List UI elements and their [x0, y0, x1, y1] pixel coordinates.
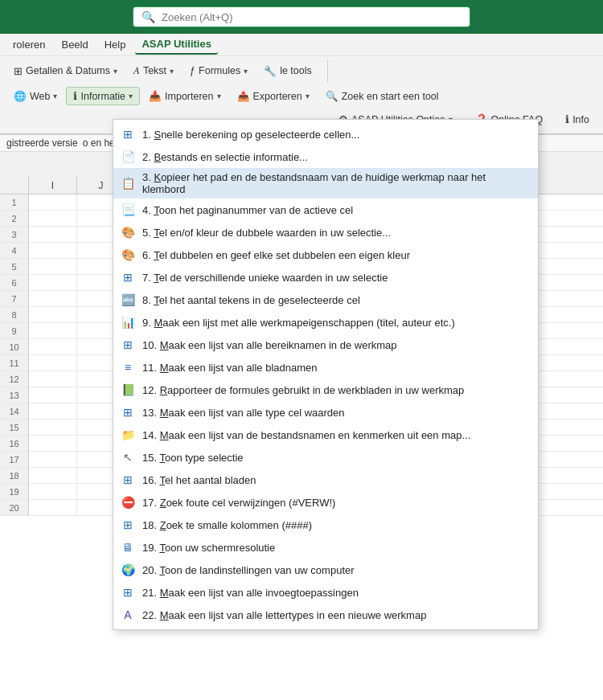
chevron-export-icon: ▾	[306, 92, 310, 100]
grid-cell[interactable]	[29, 403, 77, 420]
chevron-down-icon2: ▾	[170, 67, 174, 76]
grid-cell[interactable]	[29, 387, 77, 403]
row-number: 7	[0, 291, 29, 306]
sub-toolbar-text1: gistreerde versie	[6, 137, 78, 149]
dropdown-item[interactable]: 🌍20. Toon de landinstellingen van uw com…	[113, 559, 538, 581]
earth-icon: 🌍	[120, 562, 136, 578]
dropdown-item[interactable]: 📁14. Maak een lijst van de bestandsnamen…	[113, 424, 538, 446]
dropdown-item-text: 1. Snelle berekening op geselecteerde ce…	[142, 129, 528, 141]
dropdown-item[interactable]: 📃4. Toon het paginanummer van de actieve…	[113, 199, 538, 221]
ribbon-getallen[interactable]: ⊞ Getallen & Datums ▾	[6, 62, 125, 80]
dropdown-item-text: 5. Tel en/of kleur de dubbele waarden in…	[142, 227, 528, 239]
text-count-icon: 🔤	[120, 292, 136, 308]
grid-cell[interactable]	[29, 227, 77, 243]
row-number: 19	[0, 484, 29, 499]
row-number: 2	[0, 211, 29, 226]
grid-cell[interactable]	[29, 420, 77, 436]
dropdown-item-text: 14. Maak een lijst van de bestandsnamen …	[142, 429, 528, 441]
dropdown-item[interactable]: ⊞18. Zoek te smalle kolommen (####)	[113, 514, 538, 536]
dropdown-item[interactable]: ≡11. Maak een lijst van alle bladnamen	[113, 356, 538, 379]
grid-cell[interactable]	[29, 323, 77, 339]
menu-item-beeld[interactable]: Beeld	[55, 35, 94, 54]
bullet-list-icon: ≡	[120, 359, 136, 375]
ribbon-info[interactable]: ℹ Info	[558, 110, 597, 129]
row-number: 16	[0, 436, 29, 451]
row-number: 6	[0, 275, 29, 290]
ribbon-informatie[interactable]: ℹ Informatie ▾	[66, 87, 140, 105]
dropdown-item[interactable]: A22. Maak een lijst van alle lettertypes…	[113, 604, 538, 626]
file-info-icon: 📄	[120, 149, 136, 165]
dropdown-item[interactable]: 🔤8. Tel het aantal tekens in de geselect…	[113, 289, 538, 311]
dropdown-item[interactable]: 📄2. Bestands en selectie informatie...	[113, 145, 538, 168]
ribbon-tekst[interactable]: 𝐴 Tekst ▾	[126, 62, 181, 80]
web-icon: 🌐	[14, 90, 27, 102]
grid-unique-icon: ⊞	[120, 269, 136, 285]
grid-plugin-icon: ⊞	[120, 584, 136, 600]
dropdown-item[interactable]: 📗12. Rapporteer de formules gebruikt in …	[113, 379, 538, 401]
menu-bar: roleren Beeld Help ASAP Utilities	[0, 34, 603, 56]
dropdown-item[interactable]: ↖15. Toon type selectie	[113, 446, 538, 469]
error-cell-icon: ⛔	[120, 494, 136, 510]
grid-cell[interactable]	[29, 291, 77, 307]
dropdown-item[interactable]: 🎨5. Tel en/of kleur de dubbele waarden i…	[113, 221, 538, 244]
grid-cell[interactable]	[29, 355, 77, 371]
dropdown-item[interactable]: 🖥19. Toon uw schermresolutie	[113, 536, 538, 559]
dropdown-item[interactable]: ⊞10. Maak een lijst van alle bereiknamen…	[113, 334, 538, 356]
grid-cell[interactable]	[29, 307, 77, 323]
menu-item-help[interactable]: Help	[98, 35, 133, 54]
grid-cell[interactable]	[29, 339, 77, 355]
grid-cell[interactable]	[29, 436, 77, 452]
menu-item-controleren[interactable]: roleren	[6, 35, 51, 54]
dropdown-item-text: 19. Toon uw schermresolutie	[142, 542, 528, 554]
dropdown-item[interactable]: 📊9. Maak een lijst met alle werkmapeigen…	[113, 311, 538, 334]
import-icon: 📥	[149, 90, 162, 102]
search-input[interactable]	[162, 11, 461, 23]
grid-cell[interactable]	[29, 275, 77, 291]
grid-cell[interactable]	[29, 194, 77, 211]
ribbon-web-label: Web	[30, 91, 50, 102]
ribbon-tools[interactable]: 🔧 le tools	[256, 62, 319, 80]
grid-icon: ⊞	[14, 65, 23, 77]
dropdown-item[interactable]: ⊞13. Maak een lijst van alle type cel wa…	[113, 401, 538, 424]
copy-icon: 📋	[120, 175, 136, 191]
grid-cell[interactable]	[29, 500, 77, 516]
ribbon-exporteren[interactable]: 📤 Exporteren ▾	[230, 87, 317, 105]
tools-icon: 🔧	[264, 65, 277, 77]
grid-cell[interactable]	[29, 243, 77, 259]
dropdown-item[interactable]: 📋3. Kopieer het pad en de bestandsnaam v…	[113, 168, 538, 199]
dropdown-item-text: 7. Tel de verschillende unieke waarden i…	[142, 272, 528, 284]
grid-cell[interactable]	[29, 484, 77, 500]
dropdown-item[interactable]: ⊞7. Tel de verschillende unieke waarden …	[113, 266, 538, 289]
dropdown-item[interactable]: ⛔17. Zoek foute cel verwijzingen (#VERW!…	[113, 491, 538, 514]
dropdown-item[interactable]: ⊞21. Maak een lijst van alle invoegtoepa…	[113, 581, 538, 604]
ribbon-formules-label: Formules	[199, 65, 240, 76]
dropdown-item-text: 8. Tel het aantal tekens in de geselecte…	[142, 294, 528, 306]
excel-report-icon: 📗	[120, 382, 136, 398]
dropdown-item[interactable]: ⊞1. Snelle berekening op geselecteerde c…	[113, 123, 538, 145]
grid-cell[interactable]	[29, 211, 77, 227]
dropdown-item-text: 6. Tel dubbelen en geef elke set dubbele…	[142, 249, 528, 261]
screen-icon: 🖥	[120, 539, 136, 555]
menu-item-asap[interactable]: ASAP Utilities	[135, 35, 217, 55]
dropdown-item[interactable]: ⊞16. Tel het aantal bladen	[113, 469, 538, 491]
search-wrap: 🔍	[133, 6, 470, 27]
chevron-import-icon: ▾	[217, 92, 221, 100]
ribbon-web[interactable]: 🌐 Web ▾	[6, 87, 64, 105]
grid-cell[interactable]	[29, 452, 77, 468]
chevron-info-icon: ▾	[129, 92, 133, 100]
dropdown-item-text: 10. Maak een lijst van alle bereiknamen …	[142, 339, 528, 351]
grid-cell[interactable]	[29, 259, 77, 275]
grid-type-icon: ⊞	[120, 404, 136, 420]
search-bar: 🔍	[0, 0, 603, 34]
grid-cell[interactable]	[29, 371, 77, 387]
ribbon-importeren[interactable]: 📥 Importeren ▾	[142, 87, 228, 105]
color-cells-icon: 🎨	[120, 224, 136, 240]
ribbon-informatie-label: Informatie	[80, 91, 125, 102]
dropdown-item-text: 3. Kopieer het pad en de bestandsnaam va…	[142, 171, 528, 195]
ribbon-formules[interactable]: ƒ Formules ▾	[183, 62, 255, 80]
row-number: 15	[0, 420, 29, 435]
dropdown-item[interactable]: 🎨6. Tel dubbelen en geef elke set dubbel…	[113, 244, 538, 266]
ribbon-zoek-start[interactable]: 🔍 Zoek en start een tool	[318, 87, 446, 105]
grid-cell[interactable]	[29, 468, 77, 484]
file-list-icon: 📁	[120, 427, 136, 443]
